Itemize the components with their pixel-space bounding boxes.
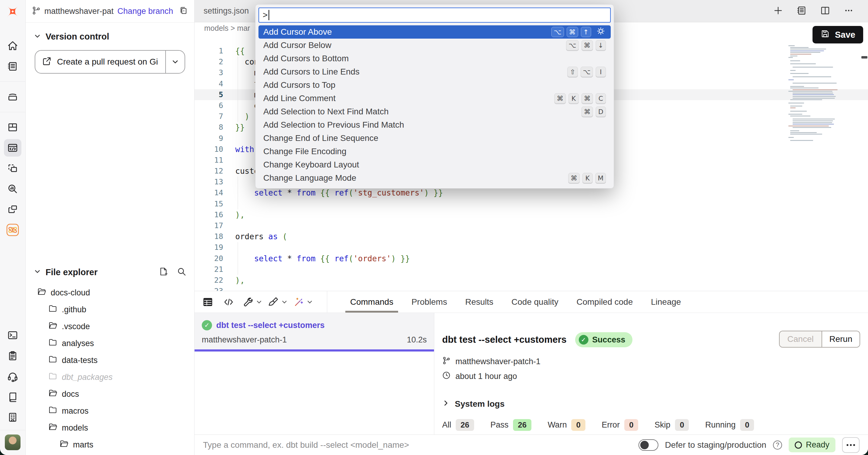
- palette-item-change-file-encoding[interactable]: Change File Encoding: [258, 145, 611, 158]
- palette-item-add-cursors-to-line-ends[interactable]: Add Cursors to Line Ends⇧⌥I: [258, 65, 611, 79]
- help-icon[interactable]: ?: [773, 441, 782, 450]
- compile-code-icon[interactable]: [223, 296, 234, 308]
- count-badge: 26: [513, 419, 531, 431]
- file-tree-item-data-tests[interactable]: data-tests: [26, 352, 194, 369]
- palette-item-add-cursor-above[interactable]: Add Cursor Above⌥⌘↑: [258, 25, 611, 39]
- results-table-icon[interactable]: [202, 296, 214, 308]
- file-tree: docs-cloud.github.vscodeanalysesdata-tes…: [26, 278, 194, 455]
- tab-code-quality[interactable]: Code quality: [502, 291, 568, 312]
- new-tab-icon[interactable]: [773, 5, 783, 17]
- gear-icon[interactable]: [596, 26, 606, 38]
- create-pr-button[interactable]: Create a pull request on Gi...: [35, 51, 165, 73]
- file-tree-item-docs-cloud[interactable]: docs-cloud: [26, 284, 194, 301]
- terminal-icon[interactable]: [4, 327, 22, 344]
- notebook-icon[interactable]: [4, 58, 22, 75]
- home-icon[interactable]: [4, 37, 22, 55]
- file-tree-item-dbtpackages[interactable]: dbt_packages: [26, 369, 194, 386]
- docs-book-icon[interactable]: [4, 388, 22, 405]
- more-options-button[interactable]: [842, 437, 860, 453]
- file-tree-item-vscode[interactable]: .vscode: [26, 318, 194, 335]
- code-editor-icon[interactable]: [4, 139, 22, 157]
- scrollbar-thumb[interactable]: [861, 56, 867, 59]
- tab-problems[interactable]: Problems: [402, 291, 456, 312]
- build-tools-dropdown[interactable]: [242, 296, 263, 308]
- organization-building-icon[interactable]: [4, 408, 22, 426]
- search-icon[interactable]: [177, 267, 186, 278]
- more-options-icon[interactable]: [843, 5, 854, 17]
- ai-magic-dropdown[interactable]: [293, 296, 313, 308]
- headset-support-icon[interactable]: [4, 367, 22, 385]
- palette-item-change-language-mode[interactable]: Change Language Mode⌘KM: [258, 171, 611, 185]
- palette-item-add-selection-to-next-find-match[interactable]: Add Selection to Next Find Match⌘D: [258, 105, 611, 118]
- file-tree-item-macros[interactable]: macros: [26, 402, 194, 419]
- palette-item-change-end-of-line-sequence[interactable]: Change End of Line Sequence: [258, 131, 611, 145]
- line-number: 20: [194, 253, 223, 264]
- user-avatar[interactable]: [5, 434, 21, 450]
- palette-item-add-selection-to-previous-find-match[interactable]: Add Selection to Previous Find Match: [258, 118, 611, 131]
- run-history-item[interactable]: ✓ dbt test --select +customers matthewsh…: [194, 313, 434, 352]
- count-error[interactable]: Error0: [602, 419, 638, 431]
- inbox-tray-icon[interactable]: [4, 88, 22, 105]
- keyboard-key: ↓: [596, 40, 606, 51]
- left-icon-rail: [0, 0, 26, 455]
- minimap[interactable]: [788, 45, 834, 142]
- status-badge: ✓ Success: [575, 332, 633, 347]
- file-tree-item-analyses[interactable]: analyses: [26, 335, 194, 352]
- palette-item-add-cursor-below[interactable]: Add Cursor Below⌥⌘↓: [258, 39, 611, 52]
- change-branch-link[interactable]: Change branch: [117, 7, 173, 16]
- dashboard-tiles-icon[interactable]: [4, 119, 22, 136]
- count-warn[interactable]: Warn0: [548, 419, 585, 431]
- new-file-icon[interactable]: [159, 267, 168, 278]
- create-pr-dropdown[interactable]: [165, 51, 185, 73]
- count-skip[interactable]: Skip0: [654, 419, 689, 431]
- count-all[interactable]: All26: [442, 419, 474, 431]
- tab-lineage[interactable]: Lineage: [642, 291, 690, 312]
- git-branch-icon: [32, 6, 41, 16]
- palette-item-add-line-comment[interactable]: Add Line Comment⌘K⌘C: [258, 92, 611, 105]
- multi-window-icon[interactable]: [4, 201, 22, 218]
- palette-item-label: Add Selection to Next Find Match: [263, 107, 389, 117]
- save-button[interactable]: Save: [812, 26, 863, 43]
- rerun-button[interactable]: Rerun: [822, 331, 860, 347]
- tab-compiled-code[interactable]: Compiled code: [567, 291, 642, 312]
- file-tree-item-docs[interactable]: docs: [26, 386, 194, 402]
- frame-select-icon[interactable]: [4, 160, 22, 177]
- defer-toggle[interactable]: [639, 439, 658, 451]
- split-editor-icon[interactable]: [820, 5, 831, 17]
- count-pass[interactable]: Pass26: [490, 419, 531, 431]
- file-tree-item-models[interactable]: models: [26, 419, 194, 436]
- tab-settings-json[interactable]: settings.json: [204, 6, 249, 16]
- external-link-icon: [42, 56, 52, 67]
- system-logs-toggle[interactable]: System logs: [442, 399, 856, 409]
- copy-branch-icon[interactable]: [179, 6, 188, 17]
- palette-item-add-cursors-to-bottom[interactable]: Add Cursors to Bottom: [258, 52, 611, 65]
- save-floppy-icon: [820, 29, 830, 41]
- detail-branch: matthewshaver-patch-1: [456, 357, 540, 366]
- cancel-button[interactable]: Cancel: [780, 331, 822, 347]
- palette-item-label: Change Keyboard Layout: [263, 160, 359, 170]
- format-dropdown[interactable]: [268, 296, 288, 308]
- line-number: 10: [194, 144, 223, 155]
- chevron-down-icon: [171, 58, 180, 66]
- code-line: 20 select * from {{ ref('orders') }}: [194, 253, 868, 264]
- line-number: 23: [194, 286, 223, 291]
- palette-item-add-cursors-to-top[interactable]: Add Cursors to Top: [258, 79, 611, 92]
- file-tree-item-marts[interactable]: marts: [26, 436, 194, 453]
- dbt-atom-icon[interactable]: [4, 221, 22, 239]
- palette-item-change-keyboard-layout[interactable]: Change Keyboard Layout: [258, 158, 611, 171]
- tab-results[interactable]: Results: [456, 291, 502, 312]
- ready-status[interactable]: Ready: [789, 437, 835, 452]
- run-command: dbt test --select +customers: [216, 321, 324, 330]
- file-tree-item-github[interactable]: .github: [26, 301, 194, 318]
- version-control-header[interactable]: Version control: [26, 23, 194, 42]
- query-search-icon[interactable]: [4, 180, 22, 198]
- count-running[interactable]: Running0: [705, 419, 754, 431]
- rail-divider: [0, 82, 26, 82]
- success-check-icon: ✓: [579, 335, 588, 344]
- file-explorer-header[interactable]: File explorer: [26, 267, 194, 278]
- clipboard-icon[interactable]: [4, 347, 22, 364]
- tab-commands[interactable]: Commands: [341, 291, 402, 312]
- palette-input[interactable]: >: [258, 7, 611, 23]
- file-list-icon[interactable]: [796, 5, 807, 17]
- command-input[interactable]: Type a command, ex. dbt build --select <…: [203, 440, 632, 450]
